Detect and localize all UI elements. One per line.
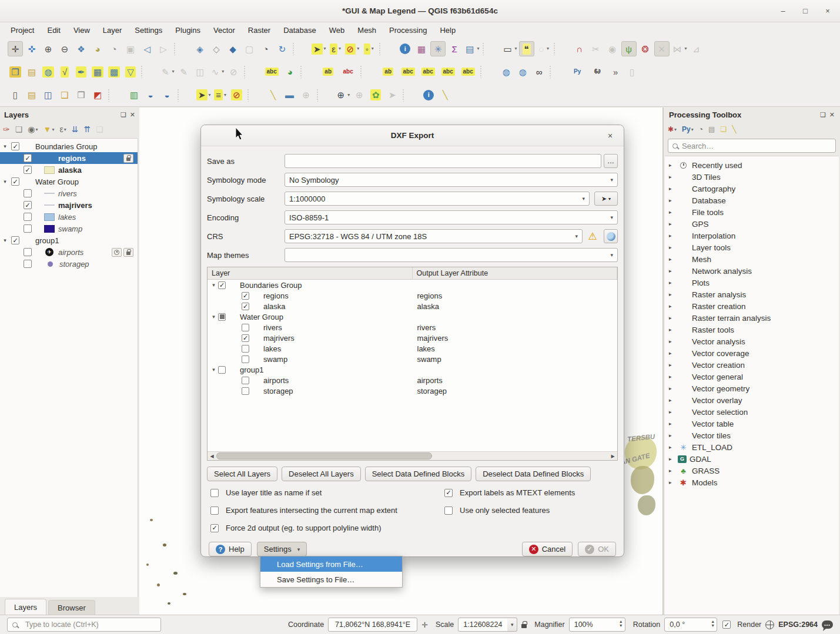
open-project-icon[interactable]: ▤ [24, 88, 39, 103]
expand-icon[interactable] [669, 338, 678, 344]
toolbox-vector-geometry[interactable]: Vector geometry [665, 383, 839, 394]
bookmark-manager-icon[interactable]: ◆ [225, 41, 240, 56]
mouse-position-icon[interactable]: ✛ [421, 620, 428, 629]
filter-legend-icon[interactable]: ▼ [43, 125, 55, 134]
minimize-icon[interactable]: – [779, 6, 787, 15]
select-value-icon[interactable]: ≡ [213, 88, 228, 103]
add-mesh-icon[interactable]: ▽ [123, 64, 138, 79]
map-tips-icon[interactable]: ❝ [519, 41, 534, 56]
help-disabled-icon[interactable]: ▯ [624, 64, 640, 79]
style-manager-icon[interactable]: ◩ [90, 88, 105, 103]
export-layer-checkbox[interactable] [242, 377, 249, 384]
settings-menu-item[interactable]: Load Settings from File… [260, 556, 402, 572]
manage-map-themes-icon[interactable]: ◉ [28, 125, 38, 134]
pan-to-selection-icon[interactable]: ✜ [24, 41, 39, 56]
data-source-manager-icon[interactable]: ❒ [8, 64, 23, 79]
select-crs-button[interactable] [604, 229, 618, 243]
toolbox-raster-creation[interactable]: Raster creation [665, 300, 839, 312]
scroll-right-icon[interactable]: ▶ [608, 454, 617, 459]
toolbox-search-input[interactable]: Search… [668, 139, 836, 153]
set-scale-from-canvas-button[interactable]: ➤ ▾ [594, 192, 618, 206]
layer-diagram-icon[interactable]: ◕ [282, 64, 297, 79]
export-option[interactable]: Force 2d output (eg. to support polyline… [209, 524, 443, 532]
add-delimited-text-icon[interactable]: √ [57, 64, 72, 79]
menu-item[interactable]: Vector [208, 24, 241, 36]
export-layer-checkbox[interactable] [242, 345, 249, 353]
save-as-input[interactable] [285, 154, 601, 168]
settings-menu-item[interactable]: Save Settings to File… [260, 572, 402, 587]
layer-visibility-checkbox[interactable] [24, 166, 32, 174]
panel-tab[interactable]: Layers [5, 599, 46, 615]
add-spatialite-icon[interactable]: ▦ [90, 64, 105, 79]
toolbox-vector-creation[interactable]: Vector creation [665, 359, 839, 371]
layer-swamp[interactable]: swamp [0, 223, 138, 234]
pin-labels-icon[interactable]: ab [319, 64, 337, 79]
processing-options-icon[interactable]: ✱ [668, 125, 677, 133]
menu-item[interactable]: View [68, 24, 96, 36]
expand-icon[interactable] [669, 479, 678, 485]
toolbox-vector-selection[interactable]: Vector selection [665, 406, 839, 418]
georeferencer-icon[interactable]: ⊕ [335, 88, 351, 103]
menu-item[interactable]: Help [434, 24, 461, 36]
new-spatial-bookmark-icon[interactable]: ◈ [192, 41, 208, 56]
expand-icon[interactable] [669, 315, 678, 321]
toggle-editing-icon[interactable]: ✎ [176, 64, 192, 79]
vertex-tool-all-icon[interactable]: ⋈ [671, 41, 688, 56]
expand-icon[interactable] [669, 197, 678, 203]
help-button[interactable]: ? Help [209, 542, 252, 556]
row-water-group[interactable]: Water Group [208, 311, 617, 322]
select-by-location-icon[interactable]: ◦ [361, 41, 376, 56]
row-airports[interactable]: airports airports [208, 375, 617, 385]
snapping-toggle-icon[interactable]: ∩ [572, 41, 587, 56]
new-shapefile-icon[interactable]: ✿ [368, 88, 383, 103]
toolbox-gdal[interactable]: G GDAL [665, 453, 839, 465]
menu-item[interactable]: Layer [97, 24, 128, 36]
delete-selected-icon[interactable]: ⊘ [226, 64, 241, 79]
toolbox-gps[interactable]: GPS [665, 218, 839, 230]
epsg-status[interactable]: EPSG:2964 [778, 620, 818, 629]
current-edits-icon[interactable]: ✎ [159, 64, 175, 79]
float-panel-icon[interactable]: ❏ [121, 111, 126, 119]
expand-icon[interactable] [669, 303, 678, 309]
export-option[interactable]: Use only selected features [443, 506, 617, 515]
db-export-icon[interactable]: ◒ [159, 88, 175, 103]
close-icon[interactable]: × [824, 6, 832, 15]
open-attribute-table-icon[interactable]: ▤ [463, 41, 480, 56]
zoom-to-layer-icon[interactable]: ◕ [90, 41, 105, 56]
spin-up-icon[interactable]: ▲ [711, 619, 715, 623]
results-viewer-icon[interactable]: ▤ [708, 125, 715, 133]
filter-expression-icon[interactable]: ε [59, 125, 66, 134]
zoom-out-icon[interactable]: ⊖ [57, 41, 72, 56]
python-console-icon[interactable]: Py [568, 64, 587, 79]
row-majrivers[interactable]: majrivers majrivers [208, 333, 617, 343]
magnifier-spinbox[interactable]: 100% ▲▼ [569, 618, 625, 632]
symbology-scale-combo[interactable]: 1:1000000 ▾ [285, 192, 590, 206]
pin-unpin-labels-icon[interactable]: ab [379, 64, 397, 79]
osm-wrench-icon[interactable]: ╲ [266, 88, 281, 103]
vertex-editor-icon[interactable]: ✕ [654, 41, 670, 56]
add-group-icon[interactable]: ❏ [15, 125, 23, 134]
metasearch-search-icon[interactable]: ◍ [515, 64, 530, 79]
expand-icon[interactable] [669, 432, 678, 438]
scale-combo[interactable]: 1:12608224 [458, 618, 510, 632]
expand-icon[interactable] [669, 468, 678, 474]
toolbox-layer-tools[interactable]: Layer tools [665, 241, 839, 253]
expand-icon[interactable] [669, 268, 678, 274]
export-layer-checkbox[interactable] [218, 366, 226, 374]
export-layer-checkbox[interactable] [242, 387, 249, 395]
python-scripts-icon[interactable]: Py [682, 125, 694, 133]
expand-icon[interactable] [669, 374, 678, 380]
plugin-info-icon[interactable]: i [421, 88, 436, 103]
temporal-controller-icon[interactable]: ◔ [258, 41, 273, 56]
nominatim-search-icon[interactable]: ◌ [536, 41, 551, 56]
map-themes-select[interactable]: ▾ [285, 248, 618, 262]
change-label-icon[interactable]: abc [459, 64, 477, 79]
menu-item[interactable]: Settings [129, 24, 168, 36]
toolbox-options-icon[interactable]: ╲ [732, 125, 736, 133]
bookmark-extra-icon[interactable]: ▢ [242, 41, 257, 56]
toolbox-raster-tools[interactable]: Raster tools [665, 324, 839, 336]
coordinate-value[interactable]: 71,8062°N 168,8941°E [328, 618, 417, 632]
select-area-icon[interactable]: ➤ [196, 88, 212, 103]
export-option[interactable]: Export labels as MTEXT elements [443, 488, 617, 497]
layer-select-button[interactable]: Select All Layers [207, 467, 277, 481]
